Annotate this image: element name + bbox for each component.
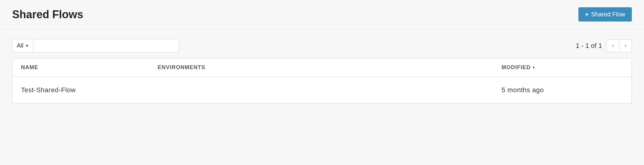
page-header: Shared Flows + Shared Flow (0, 0, 644, 29)
column-header-modified[interactable]: MODIFIED ▼ (502, 64, 623, 71)
prev-page-button[interactable] (606, 39, 619, 52)
table-header-row: NAME ENVIRONMENTS MODIFIED ▼ (12, 58, 632, 77)
column-header-name[interactable]: NAME (21, 64, 158, 71)
search-input[interactable] (33, 39, 179, 52)
filter-dropdown[interactable]: All ▼ (12, 39, 33, 52)
add-shared-flow-button[interactable]: + Shared Flow (578, 7, 632, 22)
page-info: 1 - 1 of 1 (576, 42, 602, 50)
toolbar: All ▼ 1 - 1 of 1 (0, 29, 644, 58)
caret-down-icon: ▼ (25, 44, 29, 48)
table-row[interactable]: Test-Shared-Flow 5 months ago (12, 77, 632, 103)
cell-modified: 5 months ago (502, 86, 623, 94)
filter-group: All ▼ (12, 39, 179, 52)
column-header-environments[interactable]: ENVIRONMENTS (158, 64, 502, 71)
pagination: 1 - 1 of 1 (576, 39, 632, 52)
plus-icon: + (585, 12, 589, 18)
cell-name: Test-Shared-Flow (21, 86, 158, 94)
filter-label: All (17, 42, 23, 49)
chevron-left-icon (611, 44, 615, 48)
add-button-label: Shared Flow (591, 11, 625, 18)
shared-flows-table: NAME ENVIRONMENTS MODIFIED ▼ Test-Shared… (12, 58, 632, 103)
sort-descending-icon: ▼ (532, 66, 536, 70)
next-page-button[interactable] (619, 39, 632, 52)
pager-buttons (606, 39, 632, 52)
cell-environments (158, 86, 502, 94)
page-title: Shared Flows (12, 8, 83, 21)
chevron-right-icon (623, 44, 628, 48)
